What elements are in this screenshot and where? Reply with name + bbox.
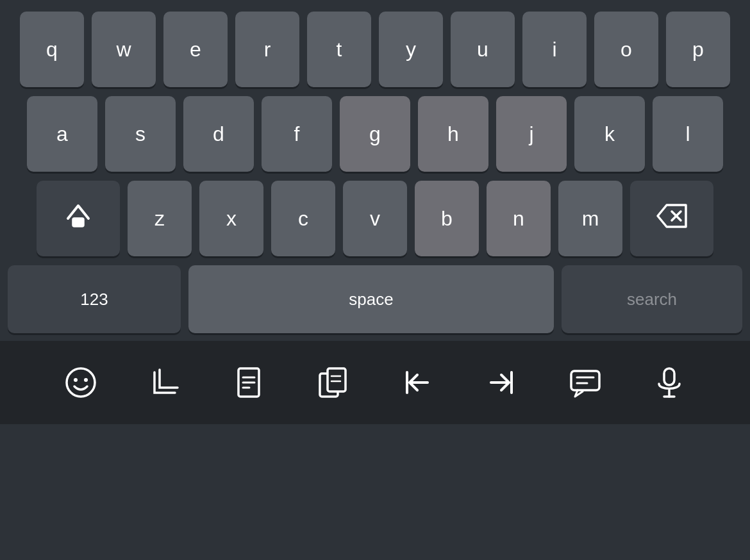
key-t[interactable]: t	[307, 12, 371, 87]
emoji-icon[interactable]	[64, 366, 97, 399]
copy-icon[interactable]	[316, 366, 349, 399]
microphone-icon[interactable]	[653, 366, 686, 399]
numbers-key[interactable]: 123	[8, 265, 181, 333]
key-v[interactable]: v	[343, 181, 407, 256]
key-m[interactable]: m	[558, 181, 622, 256]
key-q[interactable]: q	[20, 12, 84, 87]
shift-icon	[63, 201, 94, 236]
delete-icon	[655, 202, 688, 235]
svg-rect-0	[73, 218, 83, 226]
keyboard-row-1: q w e r t y u i o p	[0, 12, 750, 87]
key-l[interactable]: l	[653, 96, 723, 172]
key-b[interactable]: b	[415, 181, 479, 256]
key-i[interactable]: i	[522, 12, 587, 87]
document-icon[interactable]	[232, 366, 265, 399]
key-s[interactable]: s	[105, 96, 176, 172]
comment-icon[interactable]	[569, 366, 602, 399]
key-a[interactable]: a	[27, 96, 97, 172]
svg-point-5	[84, 378, 88, 382]
search-key[interactable]: search	[562, 265, 742, 333]
keyboard-row-2: a s d f g h j k l	[0, 96, 750, 172]
space-key[interactable]: space	[188, 265, 554, 333]
key-j[interactable]: j	[496, 96, 567, 172]
key-d[interactable]: d	[183, 96, 254, 172]
key-g[interactable]: g	[340, 96, 410, 172]
key-y[interactable]: y	[379, 12, 443, 87]
key-r[interactable]: r	[235, 12, 299, 87]
crop-icon[interactable]	[148, 366, 181, 399]
toolbar	[0, 341, 750, 424]
key-k[interactable]: k	[574, 96, 645, 172]
svg-rect-22	[664, 368, 674, 385]
keyboard-row-3: z x c v b n m	[0, 181, 750, 256]
key-f[interactable]: f	[262, 96, 332, 172]
key-z[interactable]: z	[128, 181, 192, 256]
svg-point-3	[67, 368, 95, 397]
keyboard-row-bottom: 123 space search	[0, 265, 750, 333]
key-p[interactable]: p	[666, 12, 730, 87]
shift-key[interactable]	[37, 181, 120, 256]
svg-rect-19	[571, 371, 599, 390]
key-w[interactable]: w	[92, 12, 156, 87]
svg-rect-12	[328, 368, 346, 391]
key-x[interactable]: x	[199, 181, 263, 256]
move-right-icon[interactable]	[485, 366, 518, 399]
key-u[interactable]: u	[451, 12, 515, 87]
key-o[interactable]: o	[594, 12, 658, 87]
key-e[interactable]: e	[163, 12, 228, 87]
key-c[interactable]: c	[271, 181, 335, 256]
key-n[interactable]: n	[487, 181, 551, 256]
keyboard: q w e r t y u i o p a s d f g h j k l	[0, 0, 750, 333]
svg-rect-6	[154, 372, 170, 388]
delete-key[interactable]	[630, 181, 713, 256]
move-left-icon[interactable]	[401, 366, 434, 399]
svg-point-4	[74, 378, 78, 382]
key-h[interactable]: h	[418, 96, 488, 172]
